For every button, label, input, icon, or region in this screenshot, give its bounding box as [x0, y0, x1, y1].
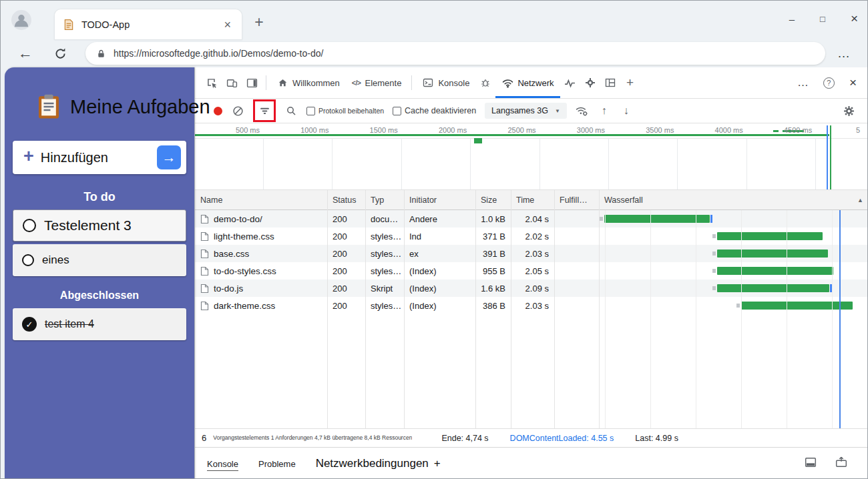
- drawer-tab-probleme[interactable]: Probleme: [258, 459, 296, 469]
- column-header[interactable]: Fulfill…: [554, 190, 599, 209]
- document-icon: [200, 214, 209, 224]
- timeline-label: 3500 ms: [627, 126, 674, 134]
- waterfall-bar[interactable]: [717, 232, 823, 240]
- drawer-tab-netzwerkbedingungen[interactable]: Netzwerkbedingungen +: [316, 457, 441, 470]
- add-task-row[interactable]: + Hinzufügen →: [13, 141, 186, 174]
- address-bar[interactable]: https://microsoftedge.github.io/Demos/de…: [85, 42, 825, 65]
- drawer-expand-icon[interactable]: [835, 456, 847, 471]
- table-row[interactable]: to-do.js200Skript(Index)1.6 kB2.09 s: [195, 280, 867, 297]
- column-header[interactable]: Initiator: [404, 190, 475, 209]
- load-time: Last: 4.99 s: [635, 434, 678, 443]
- checked-circle-icon[interactable]: ✓: [22, 317, 37, 332]
- column-separator[interactable]: [554, 190, 555, 428]
- url-text[interactable]: https://microsoftedge.github.io/Demos/de…: [114, 48, 323, 59]
- unchecked-circle-icon[interactable]: [23, 219, 36, 232]
- column-header[interactable]: Time: [511, 190, 554, 209]
- waterfall-bar[interactable]: [604, 215, 710, 223]
- column-separator[interactable]: [511, 190, 511, 428]
- cell-name: base.css: [195, 245, 327, 262]
- import-har-icon[interactable]: ↑: [598, 105, 611, 117]
- cell-status: 200: [327, 297, 365, 314]
- column-separator[interactable]: [327, 190, 328, 428]
- column-header[interactable]: Status: [327, 190, 365, 209]
- settings-gear-icon[interactable]: [842, 104, 855, 117]
- todo-item[interactable]: eines: [13, 244, 186, 276]
- tab-konsole[interactable]: Konsole: [416, 67, 475, 98]
- network-conditions-icon[interactable]: [576, 104, 589, 117]
- device-toolbar-icon[interactable]: [222, 73, 242, 93]
- column-separator[interactable]: [599, 190, 600, 428]
- table-row[interactable]: dark-theme.css200styles…(Index)386 B2.03…: [195, 297, 867, 314]
- search-icon[interactable]: [284, 104, 298, 117]
- tab-close-icon[interactable]: ×: [221, 19, 234, 31]
- submit-task-button[interactable]: →: [157, 145, 181, 169]
- maximize-icon[interactable]: □: [820, 14, 825, 24]
- waterfall-bar[interactable]: [717, 250, 828, 258]
- table-row[interactable]: light-theme.css200styles…Ind371 B2.02 s: [195, 227, 867, 245]
- throttling-dropdown[interactable]: Langsames 3G ▼: [485, 103, 567, 119]
- cell-type: docu…: [365, 210, 404, 227]
- minimize-icon[interactable]: –: [789, 13, 795, 25]
- drawer-tab-konsole[interactable]: Konsole: [207, 459, 238, 469]
- record-icon[interactable]: [214, 107, 222, 115]
- waterfall-bar[interactable]: [717, 284, 829, 292]
- close-window-icon[interactable]: ×: [851, 11, 858, 26]
- profile-avatar[interactable]: [11, 10, 31, 30]
- inspect-icon[interactable]: [202, 73, 222, 93]
- timeline-label: 5: [856, 126, 867, 134]
- application-icon[interactable]: [580, 73, 600, 93]
- browser-tab[interactable]: TODO-App ×: [54, 9, 242, 39]
- cell-type: styles…: [365, 227, 404, 245]
- more-tabs-button[interactable]: +: [620, 73, 640, 93]
- waterfall-gridline: [787, 210, 787, 428]
- help-icon[interactable]: ?: [823, 77, 835, 89]
- table-row[interactable]: to-do-styles.css200styles…(Index)955 B2.…: [195, 262, 867, 280]
- back-icon[interactable]: ←: [18, 46, 33, 61]
- column-separator[interactable]: [365, 190, 366, 428]
- column-header[interactable]: Name: [195, 190, 327, 209]
- browser-menu-icon[interactable]: …: [837, 46, 850, 61]
- preserve-log-checkbox[interactable]: [306, 107, 315, 115]
- done-item[interactable]: ✓ test item 4: [13, 308, 186, 340]
- waterfall-cell: [599, 262, 867, 280]
- clear-icon[interactable]: [231, 104, 244, 117]
- debug-icon[interactable]: [475, 73, 495, 93]
- sort-asc-icon: ▲: [857, 197, 863, 203]
- close-devtools-icon[interactable]: ×: [849, 75, 857, 90]
- column-header[interactable]: Size: [475, 190, 511, 209]
- export-har-icon[interactable]: ↓: [620, 105, 633, 117]
- disable-cache-toggle[interactable]: Cache deaktivieren: [393, 106, 476, 115]
- filter-icon[interactable]: [258, 104, 271, 117]
- tab-label: Konsole: [438, 78, 469, 88]
- tab-netzwerk[interactable]: Netzwerk: [495, 67, 560, 98]
- column-header-label: Initiator: [409, 195, 437, 205]
- todo-item[interactable]: Testelement 3: [13, 209, 186, 242]
- timeline-label: 1000 ms: [282, 126, 329, 134]
- dock-panel-icon[interactable]: [242, 73, 262, 93]
- column-header-label: Size: [481, 195, 497, 205]
- column-header[interactable]: Wasserfall▲: [599, 190, 867, 209]
- refresh-icon[interactable]: [54, 47, 67, 60]
- timeline-gridline: [815, 138, 816, 189]
- preserve-log-toggle[interactable]: Protokoll beibehalten: [306, 107, 384, 115]
- waterfall-bar[interactable]: [741, 302, 853, 310]
- column-separator[interactable]: [475, 190, 476, 428]
- performance-icon[interactable]: [560, 73, 580, 93]
- disable-cache-checkbox[interactable]: [393, 107, 401, 115]
- table-row[interactable]: base.css200styles…ex391 B2.03 s: [195, 245, 867, 262]
- tab-elemente[interactable]: </> Elemente: [346, 67, 408, 98]
- unchecked-circle-icon[interactable]: [22, 254, 34, 266]
- timeline-overview[interactable]: 500 ms1000 ms1500 ms2000 ms2500 ms3000 m…: [195, 123, 867, 190]
- waterfall-bar[interactable]: [717, 267, 833, 275]
- column-header[interactable]: Typ: [365, 190, 404, 209]
- tab-willkommen[interactable]: Willkommen: [270, 67, 346, 98]
- table-row[interactable]: demo-to-do/200docu…Andere1.0 kB2.04 s: [195, 210, 867, 227]
- drawer-dock-icon[interactable]: [805, 456, 817, 471]
- network-toolbar: Protokoll beibehalten Cache deaktivieren…: [195, 99, 867, 123]
- new-tab-button[interactable]: +: [249, 13, 269, 31]
- layout-icon[interactable]: [600, 73, 620, 93]
- column-separator[interactable]: [404, 190, 405, 428]
- plus-icon[interactable]: +: [434, 457, 441, 470]
- devtools-menu-icon[interactable]: …: [797, 76, 809, 89]
- overview-load-line: [830, 125, 831, 189]
